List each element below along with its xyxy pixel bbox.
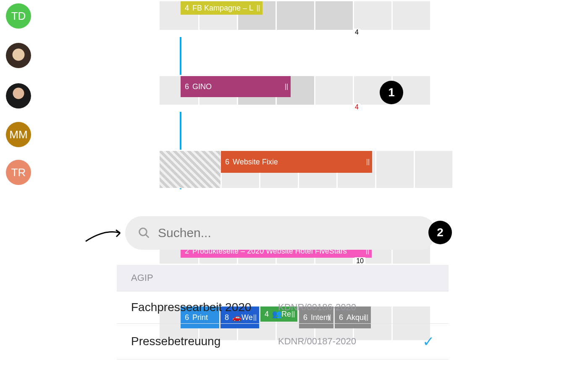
avatar-label: TR (11, 166, 26, 179)
check-icon: ✓ (423, 333, 434, 350)
marker-label: 1 (388, 86, 395, 99)
list-item-title: Pressebetreuung (131, 335, 270, 348)
timeline-cell[interactable] (314, 76, 353, 105)
list-item[interactable]: Fachpressearbeit 2020 KDNR/00186-2020 (117, 291, 449, 324)
task-bar-website-fixie[interactable]: 6 Website Fixie || (221, 151, 372, 173)
timeline-cell[interactable] (375, 151, 414, 188)
avatar-photo-1[interactable] (6, 43, 31, 68)
search-icon (138, 227, 150, 239)
row-counter: 10 (354, 257, 365, 265)
list-section-header: AGIP (117, 265, 449, 291)
timeline-cell[interactable] (353, 1, 391, 30)
task-hours: 4 (185, 4, 189, 13)
task-title: FB Kampagne – L (192, 4, 253, 13)
annotation-marker-2: 2 (428, 221, 452, 244)
drag-handle-icon[interactable]: || (366, 153, 370, 170)
task-bar-fb-kampagne[interactable]: 4 FB Kampagne – L || (181, 1, 262, 15)
svg-point-0 (139, 228, 147, 236)
search-bar[interactable] (125, 216, 436, 250)
avatar-tr[interactable]: TR (6, 160, 31, 185)
arrow-icon (84, 225, 123, 246)
avatar-photo-2[interactable] (6, 83, 31, 108)
timeline-cell[interactable] (391, 1, 430, 30)
marker-label: 2 (437, 226, 444, 239)
task-hours: 6 (185, 82, 189, 91)
timeline-cell[interactable] (314, 1, 353, 30)
timeline-row: 6 GINO || 4 (160, 75, 449, 112)
row-counter: 4 (353, 29, 360, 36)
search-input[interactable] (158, 226, 410, 240)
timeline-cell[interactable] (276, 1, 314, 30)
avatar-mm[interactable]: MM (6, 122, 31, 147)
avatar-td[interactable]: TD (6, 3, 31, 29)
timeline-cell[interactable] (414, 151, 452, 188)
results-list: AGIP Fachpressearbeit 2020 KDNR/00186-20… (117, 265, 449, 359)
task-hours: 6 (225, 158, 229, 166)
timeline-grid: 4 FB Kampagne – L || 4 6 GINO || 4 (160, 0, 449, 186)
timeline-row: 4 FB Kampagne – L || 4 (160, 0, 449, 37)
list-item[interactable]: Pressebetreuung KDNR/00187-2020 ✓ (117, 324, 449, 359)
row-counter: 4 (353, 103, 360, 111)
avatar-label: TD (11, 10, 26, 23)
list-item-title: Fachpressearbeit 2020 (131, 301, 270, 314)
drag-handle-icon[interactable]: || (285, 79, 288, 95)
svg-line-1 (146, 235, 149, 238)
task-bar-gino[interactable]: 6 GINO || (181, 76, 291, 97)
list-item-code: KDNR/00186-2020 (278, 302, 434, 313)
annotation-marker-1: 1 (380, 81, 403, 104)
avatar-label: MM (9, 128, 27, 141)
list-item-code: KDNR/00187-2020 (278, 336, 414, 347)
timeline-cell-blocked[interactable] (160, 151, 220, 188)
task-title: GINO (192, 82, 212, 91)
timeline-row: 6 Website Fixie || (160, 150, 449, 188)
drag-handle-icon[interactable]: || (257, 4, 260, 12)
task-title: Website Fixie (233, 158, 278, 166)
